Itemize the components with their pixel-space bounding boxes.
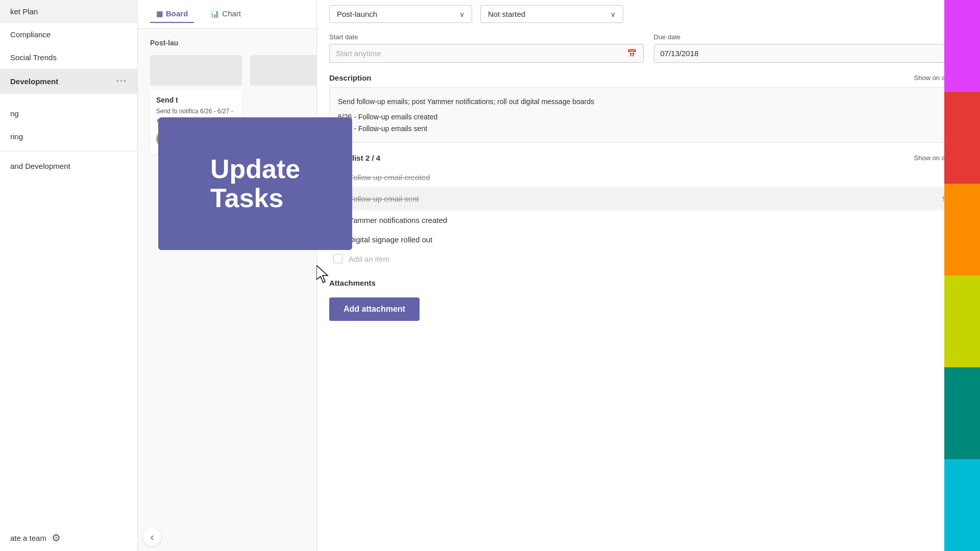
start-date-input[interactable]: Start anytime 📅 [329,44,644,63]
dates-row: Start date Start anytime 📅 Due date 07/1… [317,28,980,68]
chart-icon: 📊 [210,10,219,18]
checklist-item-2-text: Follow-up email sent [349,194,419,203]
description-box[interactable]: Send follow-up emails; post Yammer notif… [329,87,968,143]
sidebar-create-team[interactable]: ate a team ⚙ [0,524,137,551]
status-dropdown-label: Post-launch [337,10,455,18]
selector-row: Post-launch ∨ Not started ∨ ∧ [317,0,980,28]
task-detail-panel: Post-launch ∨ Not started ∨ ∧ Start date… [316,0,980,551]
add-item-row: Add an item [329,249,968,268]
scroll-left-btn[interactable]: ‹ [143,528,161,546]
update-tasks-text: Update Tasks [195,144,315,223]
attachments-section: Attachments Add attachment [317,273,980,326]
sidebar-item-compliance-label: Compliance [10,30,51,39]
sidebar-group-2[interactable]: ring [0,125,137,148]
description-label: Description [329,73,372,82]
sidebar-group-2-label: ring [10,132,23,141]
update-tasks-overlay: Update Tasks [158,117,352,250]
add-attachment-button[interactable]: Add attachment [329,297,420,321]
sidebar-group-1-label: ng [10,109,19,118]
description-line2: 6/26 - Follow-up emails created [338,111,959,122]
sidebar-team-section-label: and Development [10,162,70,170]
chevron-down-icon: ∨ [459,10,464,18]
swatch-cyan[interactable] [944,459,980,551]
description-header: Description Show on card ✓ [329,73,968,82]
progress-dropdown-label: Not started [488,10,606,18]
sidebar-item-market-plan[interactable]: ket Plan [0,0,137,23]
checklist-item-3-text: Yammer notifications created [349,216,447,224]
checklist-progress: 2 / 4 [365,154,380,162]
tab-board[interactable]: ▦ Board [150,5,194,23]
chevron-down-icon-2: ∨ [610,10,616,18]
due-date-input[interactable]: 07/13/2018 📅 [654,44,968,63]
sidebar-group-1[interactable]: ng [0,102,137,125]
start-date-label: Start date [329,33,644,41]
sidebar-item-development[interactable]: Development ··· [0,69,137,94]
due-date-value: 07/13/2018 [660,49,951,58]
checklist-section: Checklist 2 / 4 Show on card ✓ Follow-up… [317,148,980,273]
sidebar-section-label [0,94,137,102]
sidebar-item-compliance[interactable]: Compliance [0,23,137,46]
add-item-checkbox [333,254,342,263]
sidebar-item-market-plan-label: ket Plan [10,7,38,16]
sidebar-item-social-trends[interactable]: Social Trends [0,46,137,69]
sidebar-item-dots[interactable]: ··· [116,76,127,87]
start-date-value: Start anytime [336,49,627,58]
tab-chart[interactable]: 📊 Chart [204,5,247,23]
sidebar-divider [0,151,137,152]
checklist-item-1-text: Follow-up email created [349,173,430,182]
swatch-teal[interactable] [944,367,980,459]
checklist-item-2: ✓ Follow-up email sent ↑ 🗑 [329,187,968,210]
description-line3: 6/27 - Follow-up emails sent [338,123,959,134]
due-date-field: Due date 07/13/2018 📅 [654,33,968,63]
checklist-header: Checklist 2 / 4 Show on card [329,153,968,162]
attachments-label: Attachments [329,279,376,287]
checklist-item-1: ✓ Follow-up email created [329,167,968,187]
card-title: Send t [156,96,236,104]
swatch-orange[interactable] [944,184,980,276]
start-date-field: Start date Start anytime 📅 [329,33,644,63]
tab-chart-label: Chart [222,9,241,18]
calendar-icon-start: 📅 [627,48,637,58]
color-swatches [944,0,980,551]
swatch-magenta[interactable] [944,0,980,92]
description-text: Send follow-up emails; post Yammer notif… [338,96,959,107]
checklist-item-4-text: Digital signage rolled out [349,235,432,244]
gear-icon: ⚙ [52,532,61,544]
sidebar-item-social-trends-label: Social Trends [10,53,57,62]
attachments-header: Attachments [329,279,968,287]
progress-dropdown[interactable]: Not started ∨ [480,5,623,23]
sidebar: ket Plan Compliance Social Trends Develo… [0,0,138,551]
swatch-yellow-green[interactable] [944,276,980,367]
checklist-item-3: Yammer notifications created [329,210,968,230]
board-icon: ▦ [156,10,163,18]
tab-board-label: Board [166,9,188,18]
add-item-placeholder[interactable]: Add an item [349,255,389,263]
description-section: Description Show on card ✓ Send follow-u… [317,68,980,148]
sidebar-team-section[interactable]: and Development [0,155,137,178]
sidebar-item-development-label: Development [10,77,58,86]
status-dropdown[interactable]: Post-launch ∨ [329,5,472,23]
swatch-red[interactable] [944,92,980,184]
due-date-label: Due date [654,33,968,41]
checklist-item-4: Digital signage rolled out [329,230,968,249]
sidebar-create-team-label: ate a team [10,534,46,542]
card-description: Send fo notifica 6/26 - 6/27 - [156,107,236,116]
